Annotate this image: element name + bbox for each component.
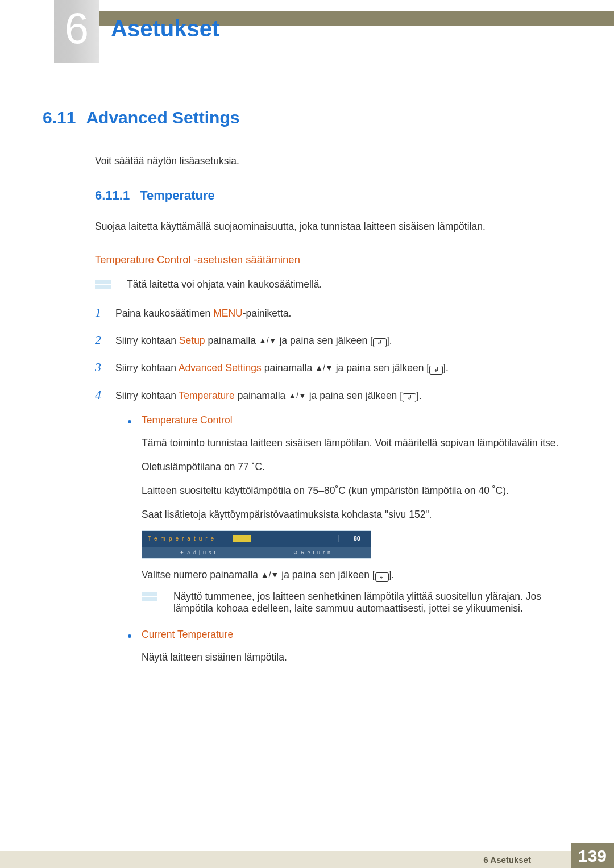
t: painamalla	[205, 335, 259, 346]
svg-rect-2	[142, 592, 157, 596]
enter-icon: ↲	[429, 366, 443, 375]
hl: Advanced Settings	[179, 362, 262, 373]
enter-icon: ↲	[373, 338, 387, 347]
bullet-text: Laitteen suositeltu käyttölämpötila on 7…	[142, 483, 569, 499]
config-heading: Temperature Control -asetusten säätämine…	[95, 254, 569, 266]
bullet-item: Current Temperature	[128, 627, 569, 642]
subsection-title: Temperature	[140, 188, 215, 202]
page-content: 6.11Advanced Settings Voit säätää näytön…	[43, 108, 569, 673]
hl: MENU	[213, 308, 243, 319]
t: Paina kaukosäätimen	[115, 308, 213, 319]
step-number: 1	[95, 303, 115, 322]
svg-rect-3	[142, 597, 157, 601]
t: Siirry kohtaan	[115, 335, 179, 346]
enter-icon: ↲	[375, 572, 389, 582]
bullet-block: Temperature Control Tämä toiminto tunnis…	[128, 413, 569, 665]
bullet-text: Tämä toiminto tunnistaa laitteen sisäise…	[142, 435, 569, 451]
osd-value: 80	[354, 535, 360, 542]
subsection-number: 6.11.1	[95, 188, 130, 202]
note-row: Tätä laitetta voi ohjata vain kaukosääti…	[95, 279, 569, 290]
t: ja paina sen jälkeen [	[333, 362, 429, 373]
note-row: Näyttö tummenee, jos laitteen senhetkine…	[142, 591, 569, 614]
bullet-text: Näytä laitteen sisäinen lämpötila.	[142, 649, 569, 665]
bullet-icon	[128, 634, 131, 638]
t: ].	[416, 390, 422, 401]
step-number: 3	[95, 358, 115, 377]
section-intro: Voit säätää näytön lisäasetuksia.	[95, 153, 569, 169]
section-number: 6.11	[43, 108, 76, 127]
t: ja paina sen jälkeen [	[306, 390, 403, 401]
osd-panel: Temperature 80 ✦Adjust ↺Return	[142, 530, 371, 559]
osd-bar-fill	[233, 535, 251, 542]
note-icon	[142, 592, 157, 601]
t: painamalla	[262, 362, 315, 373]
section-heading: 6.11Advanced Settings	[43, 108, 569, 127]
note-text: Näyttö tummenee, jos laitteen senhetkine…	[173, 591, 569, 614]
arrows-icon: ▲/▼	[315, 362, 333, 375]
enter-icon: ↲	[403, 393, 416, 402]
bullet-text: Valitse numero painamalla ▲/▼ ja paina s…	[142, 567, 569, 583]
osd-return-label: ↺Return	[293, 550, 333, 555]
step-2: 2 Siirry kohtaan Setup painamalla ▲/▼ ja…	[95, 330, 569, 350]
t: painamalla	[235, 390, 288, 401]
subsection-text: Suojaa laitetta käyttämällä suojaominais…	[95, 219, 569, 234]
page-footer: 6 Asetukset 139	[0, 843, 614, 868]
osd-footer: ✦Adjust ↺Return	[142, 547, 371, 558]
bullet-icon	[128, 420, 131, 423]
chapter-title: Asetukset	[111, 16, 219, 41]
osd-label: Temperature	[148, 535, 217, 542]
section-title: Advanced Settings	[86, 108, 239, 127]
bullet-text: Oletuslämpötilana on 77 ˚C.	[142, 459, 569, 475]
step-text: Siirry kohtaan Advanced Settings painama…	[115, 360, 449, 376]
t: ].	[443, 362, 449, 373]
t: Valitse numero painamalla	[142, 569, 261, 580]
arrows-icon: ▲/▼	[261, 568, 279, 581]
step-3: 3 Siirry kohtaan Advanced Settings paina…	[95, 358, 569, 377]
page-number: 139	[571, 843, 614, 868]
hl: Temperature	[179, 390, 235, 401]
step-number: 2	[95, 330, 115, 350]
note-text: Tätä laitetta voi ohjata vain kaukosääti…	[127, 279, 322, 290]
osd-main: Temperature 80	[142, 531, 371, 547]
t: Siirry kohtaan	[115, 362, 179, 373]
footer-label: 6 Asetukset	[483, 855, 531, 865]
t: ja paina sen jälkeen [	[277, 335, 373, 346]
svg-rect-1	[95, 285, 111, 289]
subsection-heading: 6.11.1Temperature	[95, 188, 569, 203]
step-number: 4	[95, 385, 115, 405]
note-icon	[95, 280, 111, 289]
bullet-text: Saat lisätietoja käyttöympäristövaatimuk…	[142, 506, 569, 522]
bullet-title: Current Temperature	[142, 627, 233, 642]
arrows-icon: ▲/▼	[288, 390, 306, 402]
svg-rect-0	[95, 280, 111, 284]
osd-adjust-label: ✦Adjust	[180, 550, 218, 555]
step-text: Siirry kohtaan Setup painamalla ▲/▼ ja p…	[115, 333, 392, 348]
hl: Setup	[179, 335, 205, 346]
bullet-item: Temperature Control	[128, 413, 569, 428]
t: ].	[389, 569, 395, 580]
t: Siirry kohtaan	[115, 390, 179, 401]
step-4: 4 Siirry kohtaan Temperature painamalla …	[95, 385, 569, 405]
t: ja paina sen jälkeen [	[279, 569, 375, 580]
chapter-number-box: 6	[54, 0, 99, 63]
t: ].	[387, 335, 392, 346]
bullet-title: Temperature Control	[142, 413, 233, 428]
t: -painiketta.	[243, 308, 292, 319]
step-1: 1 Paina kaukosäätimen MENU-painiketta.	[95, 303, 569, 322]
step-text: Siirry kohtaan Temperature painamalla ▲/…	[115, 388, 422, 404]
step-text: Paina kaukosäätimen MENU-painiketta.	[115, 306, 291, 321]
arrows-icon: ▲/▼	[259, 335, 277, 347]
